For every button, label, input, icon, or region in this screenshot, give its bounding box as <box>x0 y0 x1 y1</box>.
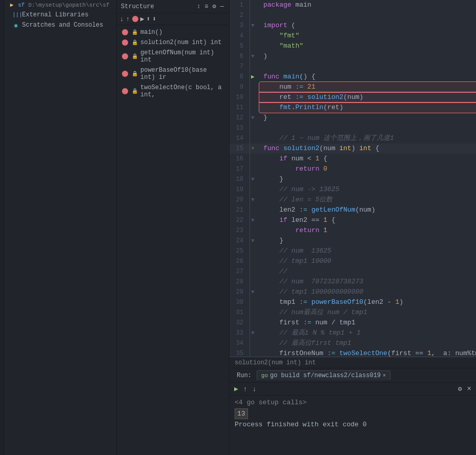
structure-item-label: main() <box>140 29 162 36</box>
function-icon <box>122 39 128 46</box>
run-play-button[interactable]: ▶ <box>233 384 240 394</box>
code-line-2: 2 <box>230 10 476 20</box>
code-line-32: 32 first := num / tmp1 <box>230 318 476 328</box>
code-line-14: 14 // 1 ~ num 这个范围上，画了几道1 <box>230 133 476 143</box>
run-settings-button[interactable]: ⚙ <box>457 384 464 394</box>
settings-button[interactable]: ⚙ <box>212 2 217 11</box>
structure-item-getlenofnum[interactable]: 🔒 getLenOfNum(num int) int <box>117 48 229 65</box>
folder-icon: ▶ <box>8 2 15 8</box>
structure-item-label: solution2(num int) int <box>140 39 221 46</box>
code-line-8: 8 ▶ func main() { <box>230 72 476 82</box>
structure-item-label: getLenOfNum(num int) int <box>140 49 224 64</box>
nav-prev-button[interactable]: ⬆ <box>146 15 150 23</box>
structure-item-label: powerBaseOf10(base int) ir <box>140 67 224 81</box>
run-toolbar: ▶ ↑ ↓ ⚙ × <box>230 383 476 396</box>
structure-item-solution2[interactable]: 🔒 solution2(num int) int <box>117 37 229 48</box>
run-output: <4 go setup calls> 13 Process finished w… <box>230 396 476 455</box>
lock-icon: 🔒 <box>132 71 138 77</box>
run-close-button[interactable]: × <box>466 384 473 394</box>
run-label: Run: <box>234 372 255 379</box>
code-line-21: 21 len2 := getLenOfNum(num) <box>230 205 476 215</box>
code-line-10: 10 ret := solution2(num) <box>230 92 476 102</box>
code-line-25: 25 // num 13625 <box>230 246 476 256</box>
structure-panel: Structure ↕ ≡ ⚙ — ↓ ↑ ▶ ⬆ ⬇ <box>117 0 230 455</box>
code-lines: 1 package main 2 3 ▼ import ( <box>230 0 476 357</box>
breadcrumb-text: solution2(num int) int <box>235 359 316 366</box>
code-line-28: 28 // num 7872328738273 <box>230 277 476 287</box>
sidebar-item-sf[interactable]: ▶ sf D:\mysetup\gopath\src\sf <box>4 0 116 10</box>
code-line-4: 4 "fmt" <box>230 31 476 41</box>
code-line-22: 22 ▼ if len2 == 1 { <box>230 215 476 225</box>
run-up-button[interactable]: ↑ <box>242 385 249 394</box>
code-line-30: 30 tmp1 := powerBaseOf10(len2 - 1) <box>230 297 476 307</box>
code-line-26: 26 // tmp1 10000 <box>230 256 476 266</box>
code-line-24: 24 ▼ } <box>230 236 476 246</box>
sidebar-item-label: Scratches and Consoles <box>22 22 103 29</box>
run-tabs: Run: go go build sf/newclass2/class019 × <box>230 368 476 383</box>
code-line-19: 19 // num -> 13625 <box>230 184 476 195</box>
lock-icon: 🔒 <box>132 53 138 59</box>
function-icon <box>122 71 128 77</box>
run-output-value: 13 <box>235 408 248 420</box>
structure-actions: ↓ ↑ ▶ ⬆ ⬇ <box>117 13 229 25</box>
run-tab-close-button[interactable]: × <box>383 373 386 379</box>
lock-icon: 🔒 <box>132 29 138 35</box>
close-panel-button[interactable]: — <box>219 3 225 11</box>
expand-all-button[interactable]: ↓ <box>120 15 124 23</box>
project-sidebar: ▶ sf D:\mysetup\gopath\src\sf ||| Extern… <box>4 0 117 455</box>
code-line-34: 34 // 最高位first tmp1 <box>230 338 476 348</box>
run-down-button[interactable]: ↓ <box>251 385 258 394</box>
collapse-all-button[interactable]: ↑ <box>126 15 130 23</box>
code-line-29: 29 ▼ // tmp1 1000000000000 <box>230 287 476 297</box>
view-button[interactable]: ▶ <box>140 15 144 23</box>
code-line-35: 35 firstOneNum := twoSelectOne(first == … <box>230 348 476 357</box>
run-output-line-1: <4 go setup calls> <box>235 398 471 408</box>
code-line-15: 15 ▼ func solution2(num int) int { <box>230 143 476 154</box>
function-icon <box>122 29 128 35</box>
structure-item-label: twoSelectOne(c bool, a int, <box>140 84 224 98</box>
code-line-33: 33 ▼ // 最高1 N % tmp1 + 1 <box>230 328 476 338</box>
sidebar-item-scratches[interactable]: ◉ Scratches and Consoles <box>4 20 116 30</box>
code-line-31: 31 // num最高位 num / tmp1 <box>230 307 476 318</box>
run-tab-label: go build sf/newclass2/class019 <box>270 372 381 379</box>
editor-area: 1 package main 2 3 ▼ import ( <box>230 0 476 455</box>
filter-icon[interactable] <box>132 16 138 22</box>
sidebar-path-label: D:\mysetup\gopath\src\sf <box>28 2 109 8</box>
code-line-13: 13 <box>230 123 476 133</box>
lib-icon: ||| <box>12 12 19 18</box>
structure-toolbar: ↕ ≡ ⚙ — <box>196 2 225 11</box>
code-line-12: 12 ▼ } <box>230 113 476 123</box>
run-panel: Run: go go build sf/newclass2/class019 ×… <box>230 368 476 455</box>
structure-title: Structure <box>121 3 154 10</box>
code-line-9: 9 num := 21 <box>230 82 476 92</box>
lock-icon: 🔒 <box>132 88 138 94</box>
function-icon <box>122 88 128 94</box>
run-tab-main[interactable]: go go build sf/newclass2/class019 × <box>257 370 390 380</box>
sort-type-button[interactable]: ≡ <box>203 3 209 11</box>
sidebar-item-label: External Libraries <box>22 11 89 18</box>
code-line-23: 23 return 1 <box>230 225 476 236</box>
structure-items-list: 🔒 main() 🔒 solution2(num int) int 🔒 getL… <box>117 25 229 455</box>
code-line-1: 1 package main <box>230 0 476 10</box>
function-icon <box>122 53 128 59</box>
structure-header: Structure ↕ ≡ ⚙ — <box>117 0 229 13</box>
sidebar-item-external-libs[interactable]: ||| External Libraries <box>4 10 116 20</box>
structure-item-twoselectone[interactable]: 🔒 twoSelectOne(c bool, a int, <box>117 82 229 100</box>
structure-item-main[interactable]: 🔒 main() <box>117 27 229 37</box>
code-editor[interactable]: 1 package main 2 3 ▼ import ( <box>230 0 476 357</box>
code-line-17: 17 return 0 <box>230 164 476 174</box>
sort-alpha-button[interactable]: ↕ <box>196 3 201 11</box>
structure-item-powerbaseof10[interactable]: 🔒 powerBaseOf10(base int) ir <box>117 65 229 82</box>
code-line-11: 11 fmt.Println(ret) <box>230 102 476 113</box>
code-line-3: 3 ▼ import ( <box>230 20 476 31</box>
run-output-line-4: Process finished with exit code 0 <box>235 420 471 430</box>
run-output-line-2: 13 <box>235 408 471 420</box>
sidebar-folder-label: sf <box>18 2 25 8</box>
code-line-18: 18 ▼ } <box>230 174 476 184</box>
code-line-5: 5 "math" <box>230 41 476 51</box>
nav-next-button[interactable]: ⬇ <box>152 15 156 23</box>
run-tab-go-icon: go <box>261 373 268 379</box>
code-line-7: 7 <box>230 61 476 72</box>
code-line-6: 6 ▼ ) <box>230 51 476 61</box>
code-line-20: 20 ▼ // len = 5位数 <box>230 195 476 205</box>
